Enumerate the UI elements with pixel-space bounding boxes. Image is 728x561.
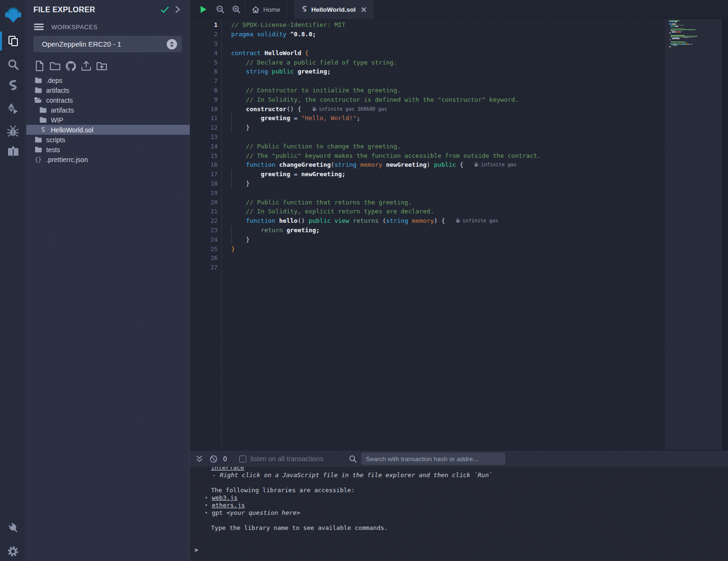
code-editor[interactable]: 1// SPDX-License-Identifier: MIT2pragma … <box>190 19 728 450</box>
line-number: 17 <box>190 171 218 178</box>
tree-item-contracts[interactable]: contracts <box>26 95 190 105</box>
tree-item-tests[interactable]: tests <box>26 145 190 154</box>
terminal-line: The following libraries are accessible: <box>190 487 728 494</box>
terminal-line: • gpt <your question here> <box>190 509 728 517</box>
line-number: 10 <box>190 106 218 113</box>
terminal-line: interface <box>190 467 728 472</box>
code-line-26: 26 <box>190 253 661 263</box>
new-file-icon[interactable] <box>33 60 46 72</box>
minimap[interactable] <box>665 19 722 450</box>
terminal-link-ethersjs[interactable]: • ethers.js <box>190 502 728 509</box>
zoom-in-icon[interactable] <box>229 0 243 19</box>
terminal-line <box>190 517 728 524</box>
terminal-output[interactable]: interface- Right click on a JavaScript f… <box>190 467 728 561</box>
sidebar-icon-learneth[interactable] <box>0 144 26 160</box>
sidebar-icon-deploy-and-run[interactable] <box>0 101 26 117</box>
sidebar-icon-search[interactable] <box>0 57 26 73</box>
terminal-search-input[interactable] <box>361 453 505 465</box>
code-line-9: 9 // In Solidity, the constructor is def… <box>190 95 661 104</box>
code-line-11: 11 greeting = "Hello, World!"; <box>190 114 661 123</box>
line-number: 24 <box>190 236 218 243</box>
transaction-count-badge: 0 <box>223 450 227 467</box>
sidebar-icon-solidity-compiler[interactable] <box>0 78 26 94</box>
tree-item-wip[interactable]: WIP <box>26 115 190 125</box>
sidebar-icon-file-explorer[interactable] <box>0 33 26 49</box>
upload-file-icon[interactable] <box>80 60 92 72</box>
code-line-14: 14 // Public function to change the gree… <box>190 141 661 151</box>
editor-tabbar: Home HelloWorld.sol <box>190 0 728 19</box>
upload-folder-icon[interactable] <box>96 60 108 72</box>
file-tree: .depsartifactscontractsartifactsWIPHello… <box>26 75 190 164</box>
code-line-6: 6 string public greeting; <box>190 67 661 76</box>
line-number: 26 <box>190 254 218 261</box>
gas-estimate-widget[interactable]: infinite gas <box>475 162 517 167</box>
terminal-clear-icon[interactable] <box>210 450 218 467</box>
line-number: 13 <box>190 133 218 140</box>
braces-icon: {} <box>34 156 42 163</box>
line-number: 4 <box>190 49 218 57</box>
listen-all-transactions-label: listen on all transactions <box>251 450 324 467</box>
tree-item-label: HelloWorld.sol <box>51 126 93 134</box>
remix-logo[interactable] <box>0 4 26 25</box>
gas-estimate-widget[interactable]: infinite gas 368600 gas <box>313 106 387 112</box>
workspace-dropdown-toggle-icon[interactable] <box>167 39 177 49</box>
terminal-collapse-icon[interactable] <box>196 450 203 467</box>
tab-home[interactable]: Home <box>245 0 287 19</box>
check-icon[interactable] <box>161 6 169 14</box>
terminal-search-icon <box>349 450 357 467</box>
sidebar-icon-settings[interactable] <box>0 543 26 560</box>
code-line-25: 25} <box>190 244 661 253</box>
workspaces-label: WORKSPACES <box>51 24 97 31</box>
hamburger-menu-icon[interactable] <box>34 23 44 31</box>
listen-all-transactions-checkbox[interactable] <box>239 450 246 467</box>
terminal-panel: 0 listen on all transactions interface- … <box>190 450 728 561</box>
zoom-out-icon[interactable] <box>213 0 227 19</box>
chevron-right-icon[interactable] <box>175 6 180 13</box>
code-line-7: 7 <box>190 76 661 86</box>
run-script-button[interactable] <box>196 0 210 19</box>
solidity-file-icon <box>301 6 307 13</box>
tab-label: Home <box>263 6 280 13</box>
tree-item-label: .deps <box>46 77 62 84</box>
new-folder-icon[interactable] <box>49 60 61 72</box>
tree-item--deps[interactable]: .deps <box>26 75 190 85</box>
file-explorer-panel: FILE EXPLORER WORKSPACES OpenZeppelin ER… <box>26 0 190 561</box>
line-number: 15 <box>190 152 218 159</box>
tree-item-scripts[interactable]: scripts <box>26 135 190 145</box>
tree-item-label: tests <box>46 146 60 154</box>
line-number: 3 <box>190 40 218 47</box>
code-line-16: 16 function changeGreeting(string memory… <box>190 160 661 170</box>
line-number: 6 <box>190 68 218 75</box>
line-number: 5 <box>190 59 218 66</box>
tree-item-artifacts[interactable]: artifacts <box>26 105 190 115</box>
line-number: 23 <box>190 227 218 234</box>
remix-ide-window: FILE EXPLORER WORKSPACES OpenZeppelin ER… <box>0 0 728 561</box>
code-line-21: 21 // In Solidity, explicit return types… <box>190 207 661 216</box>
close-tab-icon[interactable] <box>361 7 366 12</box>
panel-title: FILE EXPLORER <box>33 6 95 14</box>
plugin-manager-icon <box>7 521 20 534</box>
editor-right-margin <box>722 19 728 450</box>
gas-estimate-widget[interactable]: infinite gas <box>456 218 498 223</box>
deploy-run-icon <box>7 103 20 115</box>
code-line-5: 5 // Declare a public field of type stri… <box>190 57 661 67</box>
sidebar-icon-plugin-manager[interactable] <box>0 519 26 536</box>
terminal-link-web3js[interactable]: • web3.js <box>190 494 728 502</box>
tree-item-helloworld-sol[interactable]: HelloWorld.sol <box>26 125 190 135</box>
terminal-prompt[interactable]: > <box>190 546 728 553</box>
tree-item-label: scripts <box>46 136 65 144</box>
tree-item-artifacts[interactable]: artifacts <box>26 85 190 95</box>
workspace-dropdown[interactable]: OpenZeppelin ERC20 - 1 <box>33 36 182 52</box>
sidebar-icon-debugger[interactable] <box>0 123 26 139</box>
code-line-3: 3 <box>190 39 661 49</box>
workspace-selected-value: OpenZeppelin ERC20 - 1 <box>42 40 167 48</box>
code-lines: 1// SPDX-License-Identifier: MIT2pragma … <box>190 20 661 272</box>
clone-github-icon[interactable] <box>65 60 77 72</box>
folder-icon <box>34 77 42 83</box>
code-line-10: 10 constructor() {infinite gas 368600 ga… <box>190 104 661 114</box>
terminal-line: - Right click on a JavaScript file in th… <box>190 472 728 479</box>
line-number: 9 <box>190 96 218 103</box>
tab-helloworld-sol[interactable]: HelloWorld.sol <box>294 0 373 19</box>
tree-item--prettierrc-json[interactable]: {}.prettierrc.json <box>26 154 190 164</box>
folder-icon <box>34 146 42 153</box>
